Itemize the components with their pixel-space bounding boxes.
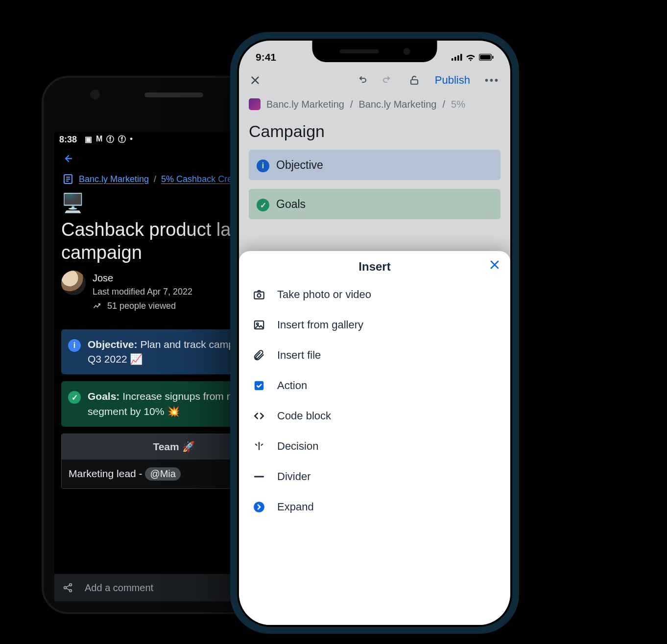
share-icon[interactable] xyxy=(62,582,74,594)
svg-point-16 xyxy=(257,323,259,325)
viewed-count-text: 51 people viewed xyxy=(107,299,176,313)
user-mention[interactable]: @Mia xyxy=(145,467,181,481)
insert-option-expand[interactable]: Expand xyxy=(243,492,506,522)
svg-point-2 xyxy=(64,587,67,589)
breadcrumb-separator: / xyxy=(443,99,446,110)
svg-rect-13 xyxy=(254,292,264,299)
title-emoji: 🖥️ xyxy=(61,192,84,215)
objective-label: Objective: xyxy=(88,339,138,350)
insert-option-label: Decision xyxy=(277,440,318,453)
comment-input[interactable]: Add a comment xyxy=(85,582,153,594)
close-icon[interactable] xyxy=(489,259,500,271)
cellular-signal-icon xyxy=(452,54,462,61)
insert-option-label: Expand xyxy=(277,501,314,513)
ios-screen: 9:41 xyxy=(239,41,510,625)
insert-option-decision[interactable]: Decision xyxy=(243,431,506,461)
svg-point-4 xyxy=(70,590,72,592)
insert-option-label: Take photo or video xyxy=(277,288,371,301)
wifi-icon xyxy=(465,53,476,61)
facebook-icon: ⓕ xyxy=(118,135,126,145)
breadcrumb-parent-link[interactable]: Banc.ly Marketing xyxy=(359,99,437,110)
redo-icon[interactable] xyxy=(382,74,394,86)
info-icon: i xyxy=(68,339,81,352)
close-icon[interactable] xyxy=(250,75,261,86)
objective-panel[interactable]: i Objective xyxy=(249,150,500,180)
more-dot-icon: • xyxy=(130,135,133,145)
editor-toolbar: Publish ••• xyxy=(239,67,510,92)
page-icon xyxy=(62,173,74,185)
svg-rect-8 xyxy=(460,54,462,61)
divider-icon xyxy=(252,470,266,483)
insert-option-label: Insert from gallery xyxy=(277,319,363,331)
action-icon xyxy=(252,379,266,392)
svg-rect-12 xyxy=(411,80,418,84)
status-time: 9:41 xyxy=(256,51,276,63)
insert-bottom-sheet: Insert Take photo or videoInsert from ga… xyxy=(239,251,510,625)
insert-option-action[interactable]: Action xyxy=(243,370,506,401)
svg-rect-6 xyxy=(454,57,456,61)
insert-option-attach[interactable]: Insert file xyxy=(243,340,506,370)
goals-panel[interactable]: ✓ Goals xyxy=(249,189,500,219)
author-name[interactable]: Jose xyxy=(93,271,192,285)
status-tray: ▣ M ⓕ ⓕ • xyxy=(85,135,133,145)
svg-point-3 xyxy=(70,584,72,586)
breadcrumb-space-link[interactable]: Banc.ly Marketing xyxy=(79,174,149,184)
expand-icon xyxy=(252,501,266,513)
battery-icon xyxy=(479,54,494,61)
code-icon xyxy=(252,410,266,422)
goals-panel-label: Goals xyxy=(276,198,306,211)
insert-option-label: Code block xyxy=(277,410,331,422)
facebook-icon: ⓕ xyxy=(106,135,114,145)
publish-button[interactable]: Publish xyxy=(435,74,470,87)
svg-rect-11 xyxy=(492,56,494,59)
success-check-icon: ✓ xyxy=(257,199,269,211)
insert-options-list: Take photo or videoInsert from galleryIn… xyxy=(239,276,510,525)
breadcrumb-space-link[interactable]: Banc.ly Marketing xyxy=(266,99,344,110)
svg-rect-7 xyxy=(457,55,459,61)
device-notch xyxy=(312,41,437,62)
analytics-icon xyxy=(93,301,102,311)
insert-option-label: Action xyxy=(277,379,307,392)
speaker-grill xyxy=(144,92,203,97)
svg-rect-5 xyxy=(452,58,453,61)
svg-point-14 xyxy=(257,294,261,297)
image-icon xyxy=(252,319,266,331)
overflow-menu-icon[interactable]: ••• xyxy=(485,75,500,86)
gmail-icon: M xyxy=(96,135,102,145)
insert-option-image[interactable]: Insert from gallery xyxy=(243,310,506,340)
svg-point-18 xyxy=(254,502,264,512)
space-avatar-icon[interactable] xyxy=(249,98,261,110)
breadcrumb-page-link[interactable]: 5% Cashback Credit xyxy=(161,174,241,184)
breadcrumb-separator: / xyxy=(154,174,156,184)
author-avatar[interactable] xyxy=(61,271,86,295)
insert-option-label: Divider xyxy=(277,470,310,483)
insert-option-code[interactable]: Code block xyxy=(243,401,506,431)
breadcrumb-separator: / xyxy=(350,99,353,110)
camera-icon xyxy=(252,288,266,301)
unlock-icon[interactable] xyxy=(408,74,420,86)
info-icon: i xyxy=(257,160,269,172)
goals-label: Goals: xyxy=(88,391,119,402)
objective-panel-label: Objective xyxy=(276,159,323,172)
last-modified-text: Last modified Apr 7, 2022 xyxy=(93,285,192,299)
insert-option-camera[interactable]: Take photo or video xyxy=(243,279,506,310)
row-text: Marketing lead - xyxy=(69,468,145,479)
success-check-icon: ✓ xyxy=(68,391,81,404)
breadcrumb-current-truncated: 5% xyxy=(451,99,465,110)
ios-device-frame: 9:41 xyxy=(230,32,519,634)
picture-icon: ▣ xyxy=(85,135,92,145)
svg-rect-10 xyxy=(480,55,491,60)
attach-icon xyxy=(252,349,266,362)
insert-option-divider[interactable]: Divider xyxy=(243,461,506,492)
front-camera-dot xyxy=(90,90,100,99)
status-time: 8:38 xyxy=(59,135,77,145)
back-arrow-icon[interactable] xyxy=(61,153,73,164)
undo-icon[interactable] xyxy=(356,74,367,86)
breadcrumb: Banc.ly Marketing / Banc.ly Marketing / … xyxy=(239,92,510,113)
page-title-input[interactable]: Campaign xyxy=(239,113,510,150)
sheet-title: Insert xyxy=(249,260,500,274)
decision-icon xyxy=(252,440,266,453)
insert-option-label: Insert file xyxy=(277,349,321,362)
svg-rect-17 xyxy=(255,381,263,390)
